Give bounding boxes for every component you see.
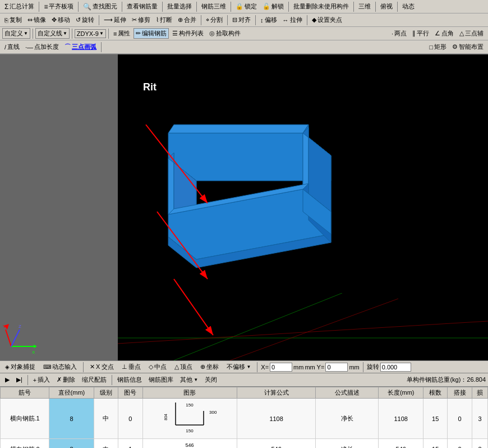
- btn-object-snap[interactable]: ◈ 对象捕捉: [2, 362, 38, 372]
- btn-dynamic[interactable]: 动态: [400, 1, 417, 12]
- btn-two-point[interactable]: ·两点: [389, 28, 409, 39]
- btn-extend[interactable]: ⟶延伸: [102, 15, 128, 25]
- btn-unlock[interactable]: 🔓解锁: [260, 1, 286, 12]
- btn-three-arc[interactable]: ⌒ 三点画弧: [62, 42, 99, 52]
- cell-formula: 546: [237, 439, 315, 449]
- sep: [363, 362, 363, 372]
- btn-no-shift[interactable]: 不偏移 ▼: [224, 362, 254, 372]
- sep: [353, 2, 354, 12]
- btn-trim[interactable]: ✂修剪: [130, 15, 153, 25]
- cell-grade: 中: [94, 399, 118, 439]
- btn-set-grip[interactable]: ◆设置夹点: [310, 15, 344, 25]
- svg-line-15: [146, 125, 208, 203]
- btn-close[interactable]: 关闭: [202, 374, 220, 385]
- btn-next[interactable]: ▶|: [13, 375, 25, 385]
- sep: [78, 2, 79, 12]
- btn-component-list[interactable]: ☰构件列表: [170, 28, 206, 39]
- cell-length: 546: [379, 439, 423, 449]
- rebar-table: 筋号 直径(mm) 级别 图号 图形 计算公式 公式描述 长度(mm) 根数 搭…: [0, 387, 488, 448]
- svg-text:150: 150: [186, 428, 194, 433]
- btn-topview[interactable]: 俯视: [378, 1, 395, 12]
- svg-text:150: 150: [186, 403, 194, 408]
- btn-summary[interactable]: Σ汇总计算: [2, 1, 36, 12]
- sep: [227, 15, 228, 25]
- btn-properties[interactable]: ≡属性: [111, 28, 132, 39]
- svg-line-31: [230, 299, 398, 360]
- sep: [307, 15, 307, 25]
- btn-pick-component[interactable]: ◎拾取构件: [207, 28, 243, 39]
- btn-offset[interactable]: ↕偏移: [258, 15, 279, 25]
- toolbar-row-2: ⎘复制 ⇔镜像 ✥移动 ↺旋转 ⟶延伸 ✂修剪 ⌇打断 ⊕合并 ⌖分割 ⊟对齐 …: [0, 13, 488, 27]
- btn-batch-delete[interactable]: 批量删除未使用构件: [291, 1, 351, 12]
- btn-3d[interactable]: 三维: [356, 1, 373, 12]
- col-header-loss: 损: [472, 387, 487, 399]
- btn-rebar-info[interactable]: 钢筋信息: [114, 374, 145, 385]
- svg-text:546: 546: [186, 442, 194, 448]
- btn-delete[interactable]: ✗删除: [54, 374, 78, 385]
- rotate-input[interactable]: [380, 363, 411, 372]
- btn-point-angle[interactable]: ∠点角: [432, 28, 456, 39]
- btn-split[interactable]: ⌖分割: [204, 15, 225, 25]
- x-input[interactable]: [270, 363, 292, 372]
- sep: [33, 29, 33, 39]
- action-bar: ▶ ▶| +插入 ✗删除 缩尺配筋 钢筋信息 钢筋图库 其他 ▼ 关闭 单构件钢…: [0, 373, 488, 387]
- btn-edit-rebar[interactable]: ✏编辑钢筋: [133, 28, 169, 39]
- btn-view-rebar[interactable]: 查看钢筋量: [125, 1, 160, 12]
- btn-align-plate[interactable]: ≡平齐板项: [42, 1, 76, 12]
- dropdown-custom-line[interactable]: 自定义线 ▼: [35, 28, 70, 39]
- btn-toppoint[interactable]: △ 顶点: [172, 362, 195, 372]
- cell-diam: 8: [49, 399, 94, 439]
- btn-stretch[interactable]: ↔拉伸: [280, 15, 305, 25]
- btn-rotate[interactable]: ↺旋转: [73, 15, 96, 25]
- btn-copy[interactable]: ⎘复制: [2, 15, 24, 25]
- btn-merge[interactable]: ⊕合并: [176, 15, 199, 25]
- svg-marker-21: [34, 345, 36, 348]
- btn-smart-layout[interactable]: ⚙智能布置: [450, 42, 486, 52]
- toolbar-row-3: 自定义 ▼ 自定义线 ▼ ZDYX-9 ▼ ≡属性 ✏编辑钢筋 ☰构件列表 ◎拾…: [0, 27, 488, 40]
- btn-coord[interactable]: ⊕ 坐标: [197, 362, 222, 372]
- cell-id: 横向钢筋.2: [1, 439, 49, 449]
- svg-text:804: 804: [164, 414, 168, 420]
- btn-find-element[interactable]: 🔍查找图元: [81, 1, 119, 12]
- dropdown-custom[interactable]: 自定义 ▼: [2, 28, 30, 39]
- btn-parallel[interactable]: ∥平行: [410, 28, 431, 39]
- btn-break[interactable]: ⌇打断: [154, 15, 174, 25]
- chevron-down-icon: ▼: [24, 31, 28, 36]
- cell-shape: 546: [142, 439, 237, 449]
- btn-insert[interactable]: +插入: [30, 374, 53, 385]
- btn-line[interactable]: /直线: [2, 42, 22, 52]
- col-header-formula: 计算公式: [237, 387, 315, 399]
- btn-midpoint[interactable]: ◇ 中点: [146, 362, 169, 372]
- btn-perpend[interactable]: ⊥ 垂点: [119, 362, 144, 372]
- floor-lines: [118, 293, 488, 360]
- chevron-down-icon: ▼: [99, 31, 104, 36]
- sep: [255, 15, 256, 25]
- btn-point-length[interactable]: ·—点加长度: [23, 42, 61, 52]
- col-header-id: 筋号: [1, 387, 49, 399]
- btn-play[interactable]: ▶: [2, 375, 12, 385]
- btn-lock[interactable]: 🔒锁定: [233, 1, 259, 12]
- viewport-3d[interactable]: Rit: [0, 54, 488, 360]
- dropdown-code[interactable]: ZDYX-9 ▼: [75, 29, 106, 38]
- chevron-down-icon: ▼: [63, 31, 67, 36]
- btn-align[interactable]: ⊟对齐: [230, 15, 253, 25]
- cell-desc: 净长: [316, 439, 379, 449]
- btn-batch-select[interactable]: 批量选择: [165, 1, 194, 12]
- toolbar-row-1: Σ汇总计算 ≡平齐板项 🔍查找图元 查看钢筋量 批量选择 钢筋三维 🔒锁定 🔓解…: [0, 0, 488, 13]
- toolbar-row-4: /直线 ·—点加长度 ⌒ 三点画弧 □矩形 ⚙智能布置: [0, 40, 488, 54]
- btn-mirror[interactable]: ⇔镜像: [25, 15, 48, 25]
- cell-fignum: 0: [118, 399, 142, 439]
- btn-three-point-aux[interactable]: △三点辅: [457, 28, 486, 39]
- svg-text:Z: Z: [19, 324, 21, 329]
- y-input[interactable]: [325, 363, 348, 372]
- btn-scale-rebar[interactable]: 缩尺配筋: [79, 374, 109, 385]
- btn-rect[interactable]: □矩形: [427, 42, 449, 52]
- btn-rebar-3d[interactable]: 钢筋三维: [199, 1, 228, 12]
- btn-move[interactable]: ✥移动: [49, 15, 72, 25]
- cell-loss: 3: [472, 439, 487, 449]
- btn-rebar-lib[interactable]: 钢筋图库: [146, 374, 176, 385]
- btn-other[interactable]: 其他 ▼: [177, 374, 201, 385]
- btn-dynamic-input[interactable]: ⌨ 动态输入: [40, 362, 80, 372]
- sep: [108, 29, 109, 39]
- btn-intersect[interactable]: ✕ X 交点: [87, 362, 117, 372]
